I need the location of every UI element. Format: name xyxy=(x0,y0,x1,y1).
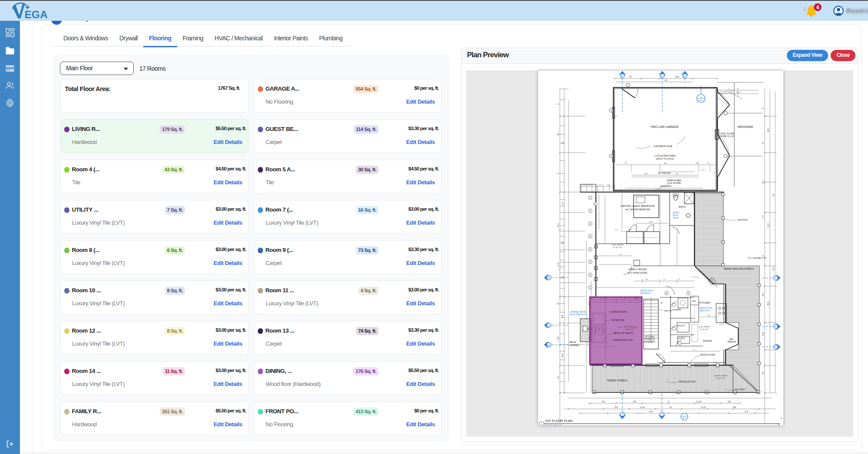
svg-text:A3.1: A3.1 xyxy=(549,343,551,346)
svg-text:72-3: 72-3 xyxy=(773,267,775,271)
svg-text:1: 1 xyxy=(590,235,591,238)
svg-text:COATS: COATS xyxy=(678,337,684,340)
svg-text:4-6: 4-6 xyxy=(635,297,638,299)
svg-text:24: 24 xyxy=(664,79,667,82)
svg-text:1: 1 xyxy=(590,286,591,289)
svg-text:2x8 PT JOISTS: 2x8 PT JOISTS xyxy=(714,375,727,377)
svg-text:6: 6 xyxy=(762,108,764,109)
svg-text:13: 13 xyxy=(664,162,667,164)
svg-text:8-10: 8-10 xyxy=(762,332,764,336)
svg-text:2: 2 xyxy=(547,325,549,326)
svg-text:KITCHEN: KITCHEN xyxy=(699,301,710,304)
svg-text:SCALE: 1/4"=1'-0": SCALE: 1/4"=1'-0" xyxy=(545,425,562,425)
svg-text:1: 1 xyxy=(595,203,596,205)
svg-text:4-2: 4-2 xyxy=(619,253,622,255)
svg-text:PLAN:: PLAN: xyxy=(673,214,678,216)
svg-text:4-6: 4-6 xyxy=(602,401,605,403)
svg-text:4-0: 4-0 xyxy=(604,297,607,299)
svg-text:A3.1: A3.1 xyxy=(661,76,664,78)
svg-text:5-6: 5-6 xyxy=(680,189,683,191)
svg-text:6-0: 6-0 xyxy=(589,336,591,340)
svg-text:9-2: 9-2 xyxy=(773,193,775,196)
svg-text:DETAIL: DETAIL xyxy=(673,212,680,214)
svg-text:28-2: 28-2 xyxy=(767,301,769,306)
svg-text:2: 2 xyxy=(661,414,662,416)
svg-text:PLAN: SEE 3/A4.0: PLAN: SEE 3/A4.0 xyxy=(570,314,587,316)
svg-text:EXS POST: EXS POST xyxy=(738,219,748,221)
svg-text:2-10: 2-10 xyxy=(628,229,632,231)
svg-text:LAUNDRY: LAUNDRY xyxy=(672,309,681,311)
svg-text:3-3: 3-3 xyxy=(639,189,642,191)
svg-text:(ALT: DINING ROOM): (ALT: DINING ROOM) xyxy=(628,272,648,274)
svg-text:A3.1: A3.1 xyxy=(621,76,624,78)
svg-text:6-4: 6-4 xyxy=(700,189,703,191)
svg-text:CHIMNEY DETAIL: CHIMNEY DETAIL xyxy=(570,311,587,313)
svg-text:2x12 JOISTS: 2x12 JOISTS xyxy=(699,326,710,328)
svg-text:1-10: 1-10 xyxy=(736,91,740,93)
svg-text:FRONT PORCH: FRONT PORCH xyxy=(607,379,628,382)
svg-text:BASEMENT: BASEMENT xyxy=(644,341,655,343)
svg-text:@ 16" OC: @ 16" OC xyxy=(700,328,709,330)
svg-text:6-8: 6-8 xyxy=(589,302,591,305)
svg-text:2: 2 xyxy=(776,346,777,347)
svg-text:TWO-CAR GARAGE: TWO-CAR GARAGE xyxy=(650,125,679,128)
svg-text:UTILITY: UTILITY xyxy=(677,325,685,327)
svg-text:1-2% SLOPE DOWN: 1-2% SLOPE DOWN xyxy=(654,154,676,157)
svg-text:A3.1: A3.1 xyxy=(684,76,687,78)
svg-text:6-3: 6-3 xyxy=(762,180,764,183)
svg-text:4: 4 xyxy=(729,88,730,90)
svg-text:(ALT: MASTER BEDROOM): (ALT: MASTER BEDROOM) xyxy=(625,209,650,211)
svg-text:@ 24" OC: @ 24" OC xyxy=(613,246,622,248)
svg-text:FAMILY ROOM: FAMILY ROOM xyxy=(628,268,646,271)
svg-text:A3.1: A3.1 xyxy=(773,277,775,280)
svg-text:SEE 6/A4.0: SEE 6/A4.0 xyxy=(640,292,651,294)
svg-text:4: 4 xyxy=(664,278,665,281)
svg-text:4: 4 xyxy=(708,162,709,164)
svg-text:WOOD FLOOR: WOOD FLOOR xyxy=(700,354,715,356)
svg-text:4: 4 xyxy=(737,88,739,90)
svg-text:18: 18 xyxy=(700,96,702,98)
svg-text:4-6: 4-6 xyxy=(707,314,710,317)
svg-text:6-7: 6-7 xyxy=(745,411,748,413)
svg-text:6-8: 6-8 xyxy=(562,315,564,318)
svg-text:8-8: 8-8 xyxy=(762,371,764,374)
svg-text:2-3: 2-3 xyxy=(615,229,618,231)
svg-text:36" RAILING: 36" RAILING xyxy=(658,172,671,174)
svg-text:9-8: 9-8 xyxy=(633,401,636,403)
svg-text:WINDOW: WINDOW xyxy=(727,341,736,343)
svg-text:DOWN (1:1:2): DOWN (1:1:2) xyxy=(720,135,734,137)
svg-text:C.O. COLUMN, TYP: C.O. COLUMN, TYP xyxy=(748,257,766,259)
svg-text:DRIVEWAY: DRIVEWAY xyxy=(738,125,754,128)
svg-text:9-8: 9-8 xyxy=(728,401,731,403)
svg-text:1-5: 1-5 xyxy=(583,184,586,186)
svg-text:8: 8 xyxy=(679,278,681,281)
svg-text:50: 50 xyxy=(557,302,559,305)
svg-text:11-10: 11-10 xyxy=(696,401,701,403)
svg-text:4: 4 xyxy=(816,4,819,10)
svg-text:4-6: 4-6 xyxy=(645,278,648,281)
svg-text:2: 2 xyxy=(776,326,777,327)
svg-text:DETAIL PLAN:: DETAIL PLAN: xyxy=(640,290,653,292)
svg-text:2: 2 xyxy=(684,74,685,76)
svg-text:CHIMNEY: CHIMNEY xyxy=(569,344,580,346)
svg-text:1: 1 xyxy=(590,274,591,276)
svg-text:1-4: 1-4 xyxy=(696,162,699,164)
svg-text:12: 12 xyxy=(615,300,618,302)
svg-text:WRAP-AROUND PORCH: WRAP-AROUND PORCH xyxy=(723,268,753,270)
svg-text:2: 2 xyxy=(776,278,777,278)
svg-text:A3.1: A3.1 xyxy=(773,325,775,328)
svg-text:9: 9 xyxy=(694,349,695,351)
svg-text:41-3: 41-3 xyxy=(649,411,653,413)
svg-text:5-4: 5-4 xyxy=(702,169,705,171)
svg-text:1-4: 1-4 xyxy=(562,202,564,205)
svg-text:10: 10 xyxy=(762,142,764,144)
svg-text:2: 2 xyxy=(547,277,549,278)
svg-text:24: 24 xyxy=(557,133,559,136)
svg-text:DINING: DINING xyxy=(703,340,712,342)
svg-text:4/A4.0: 4/A4.0 xyxy=(673,217,679,219)
svg-text:RAILING: RAILING xyxy=(664,310,672,312)
svg-text:SEE 1/A4.0: SEE 1/A4.0 xyxy=(700,310,710,312)
svg-text:2x12 JOISTS: 2x12 JOISTS xyxy=(612,244,623,246)
svg-text:12-3: 12-3 xyxy=(767,223,769,228)
svg-text:LIVING ROOM: LIVING ROOM xyxy=(609,310,627,313)
